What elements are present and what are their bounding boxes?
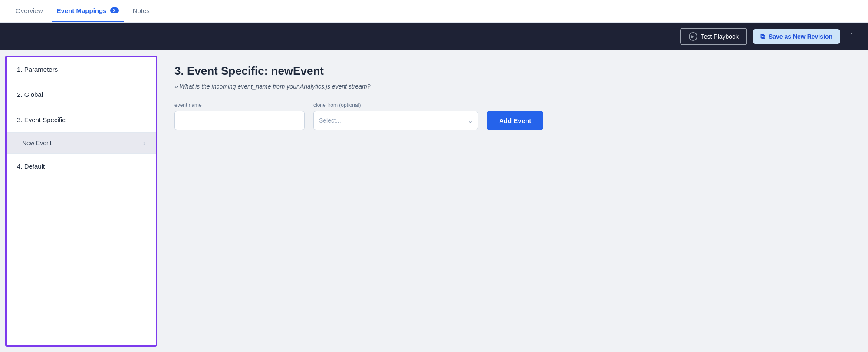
more-options-button[interactable]: ⋮ bbox=[845, 30, 858, 43]
sidebar-item-default-label: 4. Default bbox=[17, 163, 45, 170]
tab-notes-label: Notes bbox=[133, 7, 150, 14]
add-event-form: event name clone from (optional) Select.… bbox=[174, 102, 851, 130]
add-event-button[interactable]: Add Event bbox=[487, 111, 543, 130]
tab-overview[interactable]: Overview bbox=[10, 0, 48, 22]
tab-event-mappings-label: Event Mappings bbox=[57, 7, 107, 14]
sidebar-item-new-event-label: New Event bbox=[22, 139, 52, 146]
top-tab-bar: Overview Event Mappings 2 Notes bbox=[0, 0, 868, 23]
sidebar: 1. Parameters 2. Global 3. Event Specifi… bbox=[5, 56, 157, 347]
event-name-label: event name bbox=[174, 102, 305, 108]
clone-from-select-wrapper: Select... ⌄ bbox=[313, 111, 478, 130]
sidebar-item-event-specific[interactable]: 3. Event Specific bbox=[7, 107, 156, 133]
content-panel: 3. Event Specific: newEvent » What is th… bbox=[157, 50, 868, 352]
sidebar-item-parameters[interactable]: 1. Parameters bbox=[7, 57, 156, 82]
content-divider bbox=[174, 144, 851, 144]
test-playbook-label: Test Playbook bbox=[701, 33, 739, 40]
tab-notes[interactable]: Notes bbox=[128, 0, 155, 22]
clone-from-select[interactable]: Select... bbox=[313, 111, 478, 130]
save-revision-label: Save as New Revision bbox=[769, 33, 832, 40]
main-area: 1. Parameters 2. Global 3. Event Specifi… bbox=[0, 50, 868, 352]
save-revision-button[interactable]: ⧉ Save as New Revision bbox=[753, 29, 840, 44]
content-subtitle: » What is the incoming event_name from y… bbox=[174, 83, 851, 90]
event-name-input[interactable] bbox=[174, 111, 305, 130]
subtitle-text: » What is the incoming event_name from y… bbox=[174, 83, 371, 90]
tab-overview-label: Overview bbox=[16, 7, 43, 14]
chevron-right-icon: › bbox=[143, 139, 145, 146]
copy-icon: ⧉ bbox=[760, 33, 765, 40]
add-event-label: Add Event bbox=[499, 117, 531, 124]
sidebar-item-parameters-label: 1. Parameters bbox=[17, 66, 58, 73]
play-icon: ▶ bbox=[689, 32, 697, 41]
toolbar: ▶ Test Playbook ⧉ Save as New Revision ⋮ bbox=[0, 23, 868, 50]
clone-from-group: clone from (optional) Select... ⌄ bbox=[313, 102, 478, 130]
page-title: 3. Event Specific: newEvent bbox=[174, 64, 851, 78]
sidebar-item-global[interactable]: 2. Global bbox=[7, 82, 156, 107]
clone-from-label: clone from (optional) bbox=[313, 102, 478, 108]
test-playbook-button[interactable]: ▶ Test Playbook bbox=[680, 28, 747, 45]
event-mappings-badge: 2 bbox=[110, 7, 119, 13]
tab-event-mappings[interactable]: Event Mappings 2 bbox=[52, 0, 124, 22]
sidebar-item-global-label: 2. Global bbox=[17, 91, 43, 98]
sidebar-item-event-specific-label: 3. Event Specific bbox=[17, 116, 66, 123]
sidebar-item-new-event[interactable]: New Event › bbox=[7, 133, 156, 154]
sidebar-item-default[interactable]: 4. Default bbox=[7, 154, 156, 179]
event-name-group: event name bbox=[174, 102, 305, 130]
